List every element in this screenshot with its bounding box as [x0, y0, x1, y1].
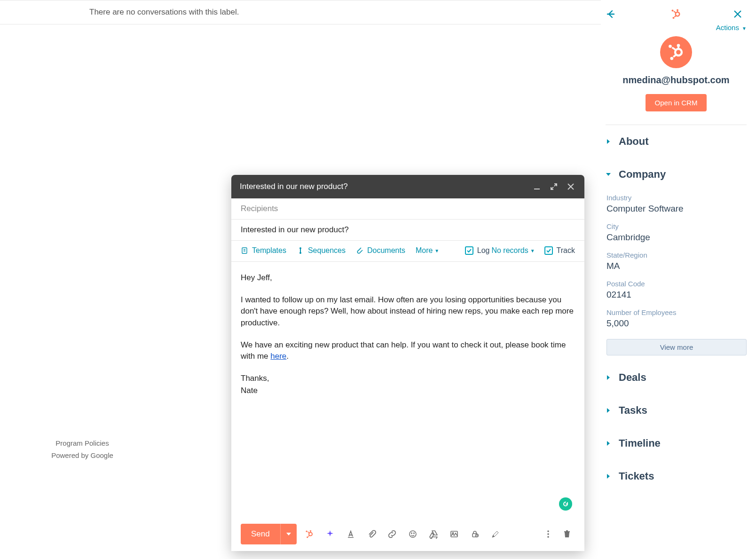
svg-point-26: [669, 45, 672, 48]
caret-down-icon: ▼: [530, 248, 535, 253]
svg-rect-0: [534, 189, 540, 189]
gmail-footer: Program Policies Powered by Google: [0, 437, 165, 461]
section-deals-title: Deals: [619, 371, 646, 384]
footer-powered-by: Powered by Google: [0, 449, 165, 462]
recipients-field[interactable]: Recipients: [231, 198, 584, 220]
body-paragraph-2: We have an exciting new product that can…: [241, 339, 575, 362]
section-tickets-title: Tickets: [619, 470, 654, 482]
svg-point-14: [452, 533, 454, 534]
svg-point-6: [310, 530, 311, 532]
svg-point-23: [673, 17, 675, 19]
emoji-icon[interactable]: [405, 526, 421, 542]
body-p2-b: .: [286, 352, 289, 361]
templates-button[interactable]: Templates: [241, 246, 286, 255]
svg-point-12: [413, 533, 414, 534]
compose-title: Interested in our new product?: [240, 182, 525, 191]
svg-rect-1: [242, 248, 247, 253]
section-about-title: About: [619, 135, 649, 148]
send-button[interactable]: Send: [241, 524, 280, 544]
state-label: State/Region: [606, 251, 747, 259]
chevron-down-icon: [606, 172, 614, 177]
compose-hubspot-toolbar: Templates Sequences Documents More ▼ Log: [231, 241, 584, 262]
actions-dropdown[interactable]: Actions ▼: [606, 24, 747, 31]
sequences-icon: [297, 247, 304, 254]
log-checkbox[interactable]: [465, 246, 473, 255]
section-company[interactable]: Company: [606, 158, 747, 191]
documents-icon: [356, 247, 363, 254]
text-format-icon[interactable]: [343, 526, 359, 542]
employees-label: Number of Employees: [606, 308, 747, 316]
body-p2-a: We have an exciting new product that can…: [241, 340, 566, 361]
svg-point-27: [670, 57, 674, 60]
log-records-dropdown[interactable]: No records ▼: [491, 246, 535, 255]
templates-label: Templates: [252, 246, 286, 255]
svg-point-18: [547, 533, 549, 535]
close-icon[interactable]: [566, 181, 576, 192]
svg-point-8: [307, 536, 308, 538]
view-more-button[interactable]: View more: [606, 339, 747, 355]
back-icon[interactable]: [606, 9, 619, 19]
track-label: Track: [557, 246, 575, 255]
hubspot-sidebar: Actions ▼ nmedina@hubspot.com Open in CR…: [601, 0, 756, 559]
sidebar-top: [606, 8, 747, 20]
section-deals[interactable]: Deals: [606, 361, 747, 394]
sequences-button[interactable]: Sequences: [297, 246, 346, 255]
image-icon[interactable]: [446, 526, 462, 542]
pen-icon[interactable]: [488, 526, 504, 542]
contact-avatar: [660, 36, 692, 68]
track-toggle-group: Track: [544, 246, 575, 255]
svg-point-17: [547, 530, 549, 532]
chevron-right-icon: [606, 139, 614, 144]
actions-label: Actions: [716, 24, 739, 31]
send-dropdown[interactable]: [280, 524, 297, 544]
more-dropdown[interactable]: More ▼: [416, 246, 439, 255]
body-signoff: Thanks,: [241, 373, 575, 385]
svg-rect-4: [300, 249, 301, 252]
documents-label: Documents: [367, 246, 405, 255]
industry-value: Computer Software: [606, 204, 747, 214]
log-records-label: No records: [491, 246, 528, 255]
minimize-icon[interactable]: [532, 181, 542, 192]
section-company-title: Company: [619, 168, 666, 181]
fullscreen-icon[interactable]: [549, 181, 559, 192]
meeting-link[interactable]: here: [270, 352, 286, 361]
documents-button[interactable]: Documents: [356, 246, 405, 255]
compose-header: Interested in our new product?: [231, 175, 584, 198]
subject-value: Interested in our new product?: [241, 225, 349, 234]
open-in-crm-button[interactable]: Open in CRM: [646, 94, 707, 111]
section-about[interactable]: About: [606, 125, 747, 158]
compose-body[interactable]: Hey Jeff, I wanted to follow up on my la…: [231, 262, 584, 517]
compose-footer: Send: [231, 517, 584, 551]
section-company-body: Industry Computer Software City Cambridg…: [606, 194, 747, 361]
hubspot-logo-icon: [619, 8, 733, 20]
chevron-right-icon: [606, 441, 614, 446]
postal-value: 02141: [606, 290, 747, 300]
confidential-icon[interactable]: [467, 526, 483, 542]
send-button-group: Send: [241, 524, 297, 544]
drive-icon[interactable]: [425, 526, 441, 542]
recipients-placeholder: Recipients: [241, 204, 278, 213]
employees-value: 5,000: [606, 318, 747, 329]
log-label: Log: [477, 246, 490, 255]
hubspot-icon[interactable]: [301, 526, 317, 542]
track-checkbox[interactable]: [544, 246, 553, 255]
close-sidebar-icon[interactable]: [733, 10, 747, 18]
section-tickets[interactable]: Tickets: [606, 460, 747, 493]
link-icon[interactable]: [384, 526, 400, 542]
more-options-icon[interactable]: [540, 526, 556, 542]
trash-icon[interactable]: [559, 526, 575, 542]
grammarly-icon[interactable]: [559, 497, 572, 511]
subject-field[interactable]: Interested in our new product?: [231, 220, 584, 241]
city-value: Cambridge: [606, 232, 747, 243]
sparkle-icon[interactable]: [322, 526, 338, 542]
svg-rect-9: [348, 537, 354, 538]
section-timeline-title: Timeline: [619, 437, 661, 449]
svg-point-19: [547, 536, 549, 538]
log-toggle-group: Log No records ▼: [465, 246, 536, 255]
section-tasks[interactable]: Tasks: [606, 394, 747, 427]
attach-icon[interactable]: [363, 526, 379, 542]
footer-program-policies[interactable]: Program Policies: [0, 437, 165, 449]
section-timeline[interactable]: Timeline: [606, 427, 747, 460]
chevron-right-icon: [606, 375, 614, 380]
section-tasks-title: Tasks: [619, 404, 647, 417]
